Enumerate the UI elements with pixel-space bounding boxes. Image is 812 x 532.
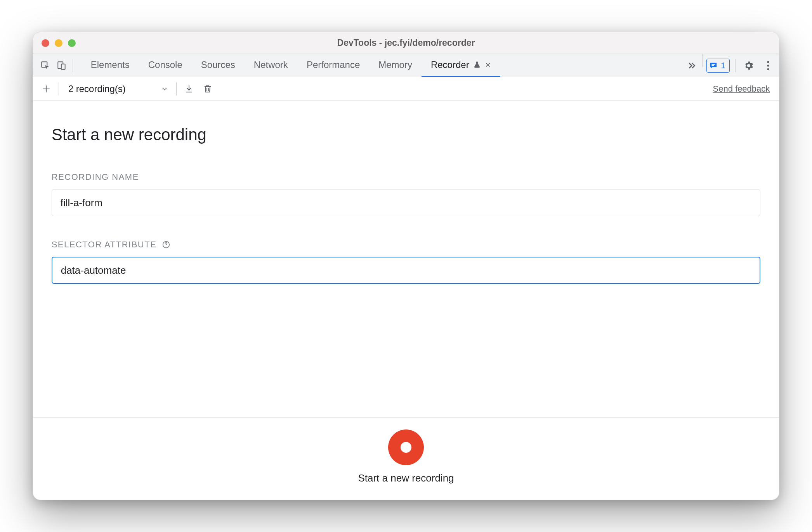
tab-sources[interactable]: Sources [192,54,245,77]
selector-attribute-label-text: Selector Attribute [52,240,157,250]
tab-label: Sources [201,59,235,70]
help-icon[interactable] [162,240,170,249]
maximize-window-button[interactable] [68,39,76,47]
new-recording-icon[interactable] [38,81,54,97]
recording-name-input[interactable] [52,189,761,216]
tab-label: Elements [91,59,130,70]
tab-label: Network [254,59,288,70]
tab-label: Console [148,59,182,70]
chevron-down-icon [161,85,168,93]
tab-network[interactable]: Network [245,54,297,77]
panel-tabs: Elements Console Sources Network Perform… [82,54,683,77]
page-title: Start a new recording [52,125,761,144]
close-tab-icon[interactable] [485,62,491,68]
selector-attribute-input[interactable] [52,257,761,284]
tab-console[interactable]: Console [139,54,192,77]
svg-rect-4 [711,65,714,66]
close-window-button[interactable] [42,39,49,47]
inspect-element-icon[interactable] [38,59,52,73]
divider [59,82,59,96]
divider [735,59,736,72]
recordings-dropdown-label: 2 recording(s) [68,83,126,94]
recording-name-field: Recording Name [52,172,761,216]
tab-performance[interactable]: Performance [297,54,369,77]
divider [176,82,177,96]
issues-badge[interactable]: 1 [706,59,730,73]
recorder-footer: Start a new recording [33,417,779,500]
recording-name-label: Recording Name [52,172,761,182]
svg-point-7 [767,68,769,70]
tab-label: Recorder [431,59,469,70]
tab-memory[interactable]: Memory [369,54,422,77]
recorder-panel-main: Start a new recording Recording Name Sel… [33,101,779,417]
tab-elements[interactable]: Elements [82,54,139,77]
settings-icon[interactable] [741,58,756,73]
window-title: DevTools - jec.fyi/demo/recorder [337,38,475,48]
divider [702,54,703,67]
issues-count: 1 [721,61,725,71]
selector-attribute-field: Selector Attribute [52,240,761,284]
tab-recorder[interactable]: Recorder [422,54,500,77]
more-tabs-icon[interactable] [683,54,701,77]
selector-attribute-label: Selector Attribute [52,240,761,250]
send-feedback-link[interactable]: Send feedback [713,84,774,94]
more-options-icon[interactable] [760,58,776,73]
start-recording-label: Start a new recording [358,472,454,484]
tab-label: Memory [378,59,412,70]
devtools-window: DevTools - jec.fyi/demo/recorder Element… [33,32,780,500]
device-toolbar-icon[interactable] [55,59,69,73]
tab-label: Performance [307,59,360,70]
export-icon[interactable] [181,81,197,97]
svg-point-5 [767,61,769,63]
svg-point-6 [767,64,769,66]
start-recording-button[interactable] [388,429,424,465]
window-traffic-lights [42,39,76,47]
panel-tabbar: Elements Console Sources Network Perform… [33,54,779,77]
window-titlebar: DevTools - jec.fyi/demo/recorder [33,32,779,54]
recordings-dropdown[interactable]: 2 recording(s) [64,81,172,97]
divider [73,59,73,72]
delete-icon[interactable] [200,81,215,97]
recorder-toolbar: 2 recording(s) Send feedback [33,77,779,101]
minimize-window-button[interactable] [55,39,62,47]
record-icon [401,442,411,453]
svg-rect-2 [61,64,65,69]
beaker-icon [473,61,481,69]
message-icon [709,61,718,70]
svg-rect-3 [711,64,715,65]
